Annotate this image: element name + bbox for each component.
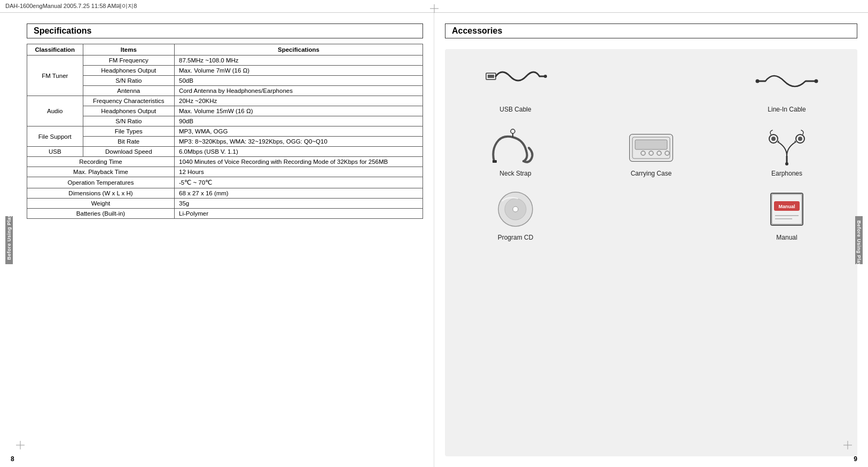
accessories-container: USB Cable — [445, 49, 857, 456]
earphones-icon — [757, 124, 816, 167]
svg-point-33 — [513, 207, 518, 212]
crosshair-top — [430, 4, 439, 13]
carrying-case-label: Carrying Case — [631, 170, 672, 177]
table-row: Headphones Output Max. Volume 15mW (16 Ω… — [27, 106, 423, 116]
weight-label: Weight — [27, 199, 175, 209]
table-row: USB Download Speed 6.0Mbps (USB V. 1.1) — [27, 147, 423, 157]
dimensions-label: Dimensions (W x L x H) — [27, 188, 175, 199]
table-row: Max. Playback Time 12 Hours — [27, 167, 423, 177]
svg-point-24 — [785, 162, 788, 165]
svg-point-9 — [756, 80, 760, 83]
file-types-item: File Types — [83, 126, 175, 137]
table-row: Recording Time 1040 Minutes of Voice Rec… — [27, 157, 423, 167]
left-page: Before Using Player Specifications Class… — [0, 13, 434, 467]
usb-cable-icon — [486, 60, 545, 102]
table-row: FM Tuner FM Frequency 87.5MHz ~108.0 MHz — [27, 56, 423, 66]
hp-output-item: Headphones Output — [83, 66, 175, 76]
table-row: Batteries (Built-in) Li-Polymer — [27, 209, 423, 219]
svg-rect-5 — [488, 75, 494, 78]
line-in-cable-label: Line-In Cable — [768, 106, 806, 113]
max-play-value: 12 Hours — [175, 167, 423, 177]
batteries-value: Li-Polymer — [175, 209, 423, 219]
hp-output-spec: Max. Volume 7mW (16 Ω) — [175, 66, 423, 76]
audio-hp-output-spec: Max. Volume 15mW (16 Ω) — [175, 106, 423, 116]
specs-table: Classification Items Specifications FM T… — [27, 44, 423, 219]
table-row: Headphones Output Max. Volume 7mW (16 Ω) — [27, 66, 423, 76]
fm-freq-spec: 87.5MHz ~108.0 MHz — [175, 56, 423, 66]
dl-speed-spec: 6.0Mbps (USB V. 1.1) — [175, 147, 423, 157]
svg-point-26 — [771, 137, 776, 141]
svg-rect-14 — [492, 160, 497, 163]
page-number-right: 9 — [854, 455, 857, 463]
svg-text:Manual: Manual — [778, 204, 795, 209]
program-cd-icon — [486, 188, 545, 231]
right-sidebar-label: Before Using Player — [855, 216, 863, 264]
file-support-cell: File Support — [27, 126, 83, 147]
crosshair-bottom-left — [16, 441, 25, 449]
usb-cell: USB — [27, 147, 83, 157]
col-items: Items — [83, 44, 175, 56]
carrying-case-icon — [622, 124, 681, 167]
specs-section-header: Specifications — [27, 23, 423, 38]
bit-rate-item: Bit Rate — [83, 137, 175, 147]
fm-freq-item: FM Frequency — [83, 56, 175, 66]
right-page: Before Using Player Accessories — [434, 13, 868, 467]
rec-time-label: Recording Time — [27, 157, 175, 167]
program-cd-label: Program CD — [498, 234, 534, 241]
left-sidebar-label: Before Using Player — [5, 216, 13, 264]
freq-char-item: Frequency Characteristics — [83, 96, 175, 106]
svg-point-29 — [798, 137, 802, 141]
table-row: Bit Rate MP3: 8~320Kbps, WMA: 32~192Kbps… — [27, 137, 423, 147]
accessories-grid: USB Cable — [450, 60, 852, 241]
table-row: S/N Ratio 90dB — [27, 116, 423, 126]
antenna-spec: Cord Antenna by Headphones/Earphones — [175, 86, 423, 96]
svg-point-11 — [815, 80, 818, 83]
max-play-label: Max. Playback Time — [27, 167, 175, 177]
table-row: Dimensions (W x L x H) 68 x 27 x 16 (mm) — [27, 188, 423, 199]
crosshair-bottom-right — [843, 441, 852, 449]
accessory-program-cd: Program CD — [450, 188, 581, 241]
accessory-usb-cable: USB Cable — [450, 60, 581, 113]
page-number-left: 8 — [11, 455, 14, 463]
weight-value: 35g — [175, 199, 423, 209]
table-row: File Support File Types MP3, WMA, OGG — [27, 126, 423, 137]
audio-cell: Audio — [27, 96, 83, 126]
op-temp-label: Operation Temperatures — [27, 177, 175, 188]
line-in-cable-icon — [757, 60, 816, 102]
col-specifications: Specifications — [175, 44, 423, 56]
accessory-line-in-cable: Line-In Cable — [722, 60, 852, 113]
dl-speed-item: Download Speed — [83, 147, 175, 157]
empty-bottom-middle — [586, 188, 716, 241]
audio-hp-output-item: Headphones Output — [83, 106, 175, 116]
earphones-label: Earphones — [771, 170, 802, 177]
batteries-label: Batteries (Built-in) — [27, 209, 175, 219]
rec-time-value: 1040 Minutes of Voice Recording with Rec… — [175, 157, 423, 167]
antenna-item: Antenna — [83, 86, 175, 96]
empty-top-middle — [586, 60, 716, 113]
accessory-earphones: Earphones — [722, 124, 852, 177]
manual-icon: Manual — [757, 188, 816, 231]
svg-point-7 — [544, 75, 547, 78]
freq-char-spec: 20Hz ~20KHz — [175, 96, 423, 106]
neck-strap-icon — [486, 124, 545, 167]
dimensions-value: 68 x 27 x 16 (mm) — [175, 188, 423, 199]
manual-label: Manual — [776, 234, 797, 241]
table-row: Audio Frequency Characteristics 20Hz ~20… — [27, 96, 423, 106]
table-row: Antenna Cord Antenna by Headphones/Earph… — [27, 86, 423, 96]
main-content: Before Using Player Specifications Class… — [0, 13, 868, 467]
file-types-spec: MP3, WMA, OGG — [175, 126, 423, 137]
fm-tuner-cell: FM Tuner — [27, 56, 83, 96]
neck-strap-label: Neck Strap — [499, 170, 531, 177]
accessory-manual: Manual Manual — [722, 188, 852, 241]
col-classification: Classification — [27, 44, 83, 56]
table-row: Weight 35g — [27, 199, 423, 209]
audio-sn-spec: 90dB — [175, 116, 423, 126]
accessory-carrying-case: Carrying Case — [586, 124, 716, 177]
accessory-neck-strap: Neck Strap — [450, 124, 581, 177]
op-temp-value: -5℃ ~ 70℃ — [175, 177, 423, 188]
table-row: S/N Ratio 50dB — [27, 76, 423, 86]
top-bar: DAH-1600engManual 2005.7.25 11:58 AM페이지8 — [0, 0, 868, 13]
svg-point-12 — [511, 129, 515, 133]
accessories-section-header: Accessories — [445, 23, 857, 38]
top-bar-text: DAH-1600engManual 2005.7.25 11:58 AM페이지8 — [5, 2, 137, 10]
